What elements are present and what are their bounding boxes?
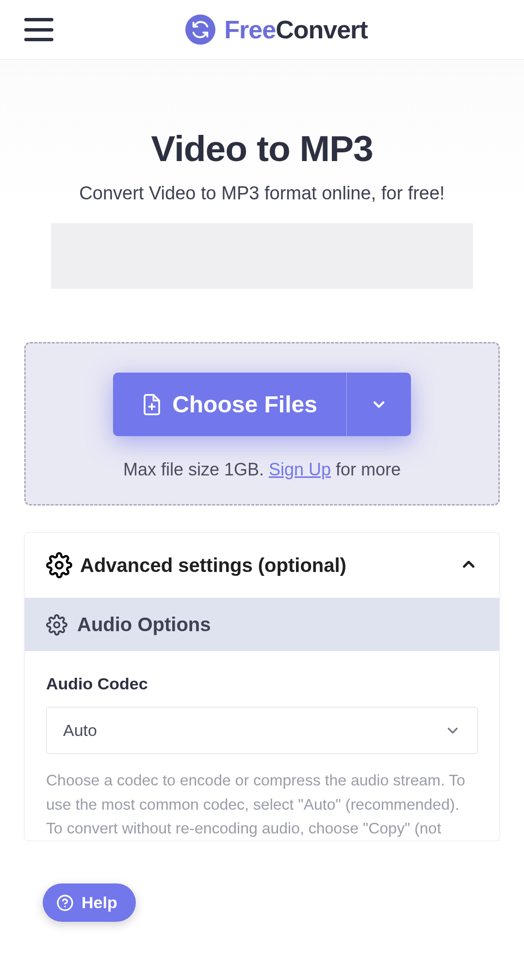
audio-codec-hint: Choose a codec to encode or compress the…	[46, 768, 478, 841]
chevron-down-icon	[370, 396, 388, 413]
gear-icon	[46, 552, 72, 578]
signup-link[interactable]: Sign Up	[269, 459, 331, 479]
page-subtitle: Convert Video to MP3 format online, for …	[19, 183, 505, 204]
file-dropzone[interactable]: Choose Files Max file size 1GB. Sign Up …	[24, 342, 500, 506]
svg-point-1	[54, 622, 60, 627]
hero-section: Video to MP3 Convert Video to MP3 format…	[0, 60, 524, 313]
brand-logo[interactable]: FreeConvert	[53, 15, 500, 45]
chevron-down-icon	[444, 722, 461, 739]
audio-codec-section: Audio Codec Auto Choose a codec to encod…	[25, 651, 499, 841]
page-title: Video to MP3	[19, 128, 505, 169]
ad-placeholder	[51, 223, 473, 289]
advanced-settings-toggle[interactable]: Advanced settings (optional)	[25, 533, 499, 598]
brand-text: FreeConvert	[224, 15, 367, 44]
max-file-note: Max file size 1GB. Sign Up for more	[45, 459, 479, 480]
audio-codec-value: Auto	[63, 721, 97, 740]
svg-point-0	[56, 562, 63, 569]
chevron-up-icon	[459, 555, 478, 575]
app-header: FreeConvert	[0, 0, 524, 60]
audio-options-header: Audio Options	[25, 598, 499, 651]
advanced-settings-panel: Advanced settings (optional) Audio Optio…	[24, 532, 500, 841]
choose-files-label: Choose Files	[172, 391, 317, 418]
gear-icon	[46, 614, 67, 636]
hamburger-menu-icon[interactable]	[24, 18, 53, 41]
audio-codec-select[interactable]: Auto	[46, 707, 478, 754]
advanced-settings-label: Advanced settings (optional)	[80, 555, 346, 576]
choose-files-group: Choose Files	[113, 373, 411, 436]
audio-codec-label: Audio Codec	[46, 674, 478, 693]
file-plus-icon	[142, 393, 162, 416]
choose-files-button[interactable]: Choose Files	[113, 373, 346, 436]
audio-options-label: Audio Options	[77, 614, 211, 636]
choose-files-dropdown[interactable]	[346, 373, 411, 436]
refresh-circle-icon	[185, 15, 215, 45]
